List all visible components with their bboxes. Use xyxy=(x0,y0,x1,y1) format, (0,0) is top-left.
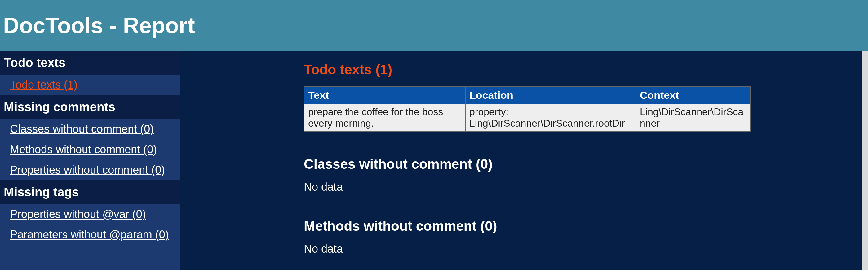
todo-table: Text Location Context prepare the coffee… xyxy=(304,86,751,132)
sidebar-item-methods-without-comment[interactable]: Methods without comment (0) xyxy=(0,139,180,160)
section-todo-texts: Todo texts (1) Text Location Context pre… xyxy=(304,62,843,132)
sidebar-item-classes-without-comment[interactable]: Classes without comment (0) xyxy=(0,119,180,139)
sidebar-item-properties-without-comment[interactable]: Properties without comment (0) xyxy=(0,160,180,180)
cell-context: Ling\DirScanner\DirScanner xyxy=(636,104,750,131)
header: DocTools - Report xyxy=(0,0,868,51)
table-row: prepare the coffee for the boss every mo… xyxy=(304,104,750,131)
section-classes-without-comment: Classes without comment (0) No data xyxy=(304,156,843,194)
sidebar: Todo texts Todo texts (1) Missing commen… xyxy=(0,51,180,270)
empty-message: No data xyxy=(304,242,843,256)
sidebar-group-title: Missing tags xyxy=(0,180,180,204)
cell-location: property: Ling\DirScanner\DirScanner.roo… xyxy=(465,104,636,131)
sidebar-group-title: Todo texts xyxy=(0,51,180,75)
table-header-row: Text Location Context xyxy=(304,87,750,104)
section-methods-without-comment: Methods without comment (0) No data xyxy=(304,218,843,256)
section-heading: Todo texts (1) xyxy=(304,62,843,77)
sidebar-item-parameters-without-param[interactable]: Parameters without @param (0) xyxy=(0,225,180,245)
scrollbar-track[interactable] xyxy=(862,51,868,270)
col-header-text: Text xyxy=(304,87,465,104)
cell-text: prepare the coffee for the boss every mo… xyxy=(304,104,465,131)
col-header-context: Context xyxy=(636,87,750,104)
empty-message: No data xyxy=(304,180,843,194)
sidebar-group-title: Missing comments xyxy=(0,95,180,119)
section-heading: Methods without comment (0) xyxy=(304,218,843,234)
section-heading: Classes without comment (0) xyxy=(304,156,843,172)
body: Todo texts Todo texts (1) Missing commen… xyxy=(0,51,868,270)
page-title: DocTools - Report xyxy=(3,13,195,38)
col-header-location: Location xyxy=(465,87,636,104)
main-content: Todo texts (1) Text Location Context pre… xyxy=(180,51,862,270)
sidebar-item-todo-texts[interactable]: Todo texts (1) xyxy=(0,75,180,95)
sidebar-item-properties-without-var[interactable]: Properties without @var (0) xyxy=(0,204,180,225)
